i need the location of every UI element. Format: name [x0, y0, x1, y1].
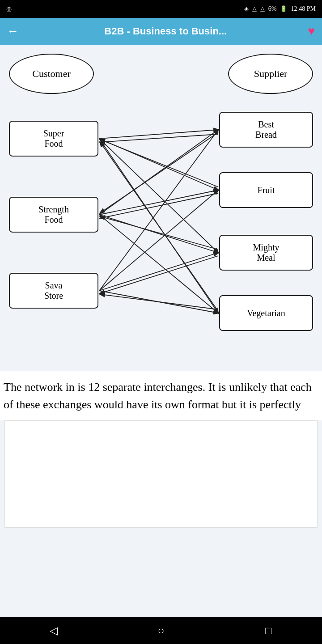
super-food-label: SuperFood — [43, 128, 64, 149]
bottom-navigation: ◁ ○ □ — [0, 617, 322, 644]
sava-store-box: SavaStore — [9, 273, 98, 309]
wifi-icon: ◈ — [244, 5, 249, 13]
mighty-meal-box: MightyMeal — [219, 235, 313, 271]
vegetarian-label: Vegetarian — [247, 308, 285, 318]
mighty-meal-label: MightyMeal — [253, 242, 280, 263]
supplier-label: Supplier — [254, 68, 288, 80]
super-food-box: SuperFood — [9, 121, 98, 157]
page-title: B2B - Business to Busin... — [23, 25, 308, 37]
main-content: Customer Supplier — [0, 45, 322, 617]
description-text: The network in is 12 separate interchang… — [0, 371, 322, 420]
favorite-button[interactable]: ♥ — [308, 25, 315, 38]
status-bar: ◎ ◈ △ △ 6% 🔋 12:48 PM — [0, 0, 322, 18]
network-diagram: SuperFood StrengthFood SavaStore BestBre… — [4, 107, 318, 367]
customer-oval: Customer — [9, 54, 94, 94]
strength-food-box: StrengthFood — [9, 197, 98, 233]
svg-line-6 — [99, 215, 218, 253]
supplier-oval: Supplier — [228, 54, 313, 94]
best-bread-box: BestBread — [219, 112, 313, 148]
svg-line-9 — [99, 190, 218, 291]
content-box — [4, 420, 318, 528]
svg-line-13 — [100, 140, 218, 187]
vegetarian-box: Vegetarian — [219, 295, 313, 331]
app-header: ← B2B - Business to Busin... ♥ — [0, 18, 322, 45]
svg-line-8 — [99, 130, 218, 291]
clock: 12:48 PM — [291, 5, 316, 13]
nav-recents-button[interactable]: □ — [257, 625, 280, 637]
signal-icon-1: △ — [252, 5, 257, 13]
best-bread-label: BestBread — [255, 119, 277, 140]
signal-icon-2: △ — [260, 5, 265, 13]
battery-level: 6% — [268, 5, 277, 13]
description-paragraph: The network in is 12 separate interchang… — [4, 381, 312, 411]
status-left-icon: ◎ — [6, 5, 12, 13]
svg-line-17 — [100, 294, 218, 309]
svg-line-2 — [99, 139, 218, 253]
nav-back-button[interactable]: ◁ — [42, 624, 65, 637]
svg-line-10 — [99, 253, 218, 291]
svg-line-15 — [100, 216, 218, 250]
diagram-area: Customer Supplier — [0, 45, 322, 371]
svg-line-0 — [99, 130, 218, 139]
svg-line-7 — [99, 215, 218, 313]
svg-line-18 — [100, 132, 218, 213]
back-button[interactable]: ← — [7, 25, 19, 38]
ovals-row: Customer Supplier — [4, 54, 318, 94]
svg-line-12 — [100, 134, 218, 142]
fruit-box: Fruit — [219, 172, 313, 208]
fruit-label: Fruit — [258, 185, 275, 195]
svg-line-4 — [99, 130, 218, 215]
sava-store-label: SavaStore — [44, 280, 63, 301]
svg-line-14 — [100, 193, 218, 218]
battery-icon: 🔋 — [280, 5, 287, 13]
strength-food-label: StrengthFood — [38, 204, 69, 225]
svg-line-19 — [100, 142, 218, 311]
customer-label: Customer — [32, 68, 71, 80]
nav-home-button[interactable]: ○ — [150, 625, 172, 637]
